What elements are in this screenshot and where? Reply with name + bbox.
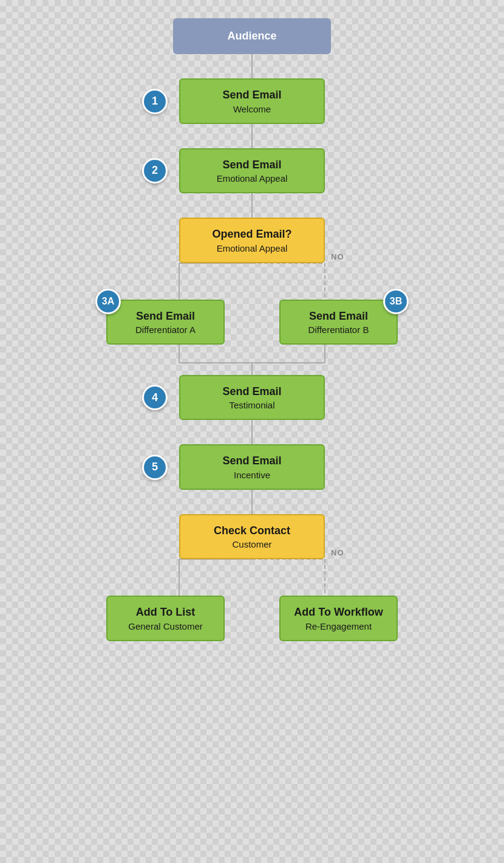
flowchart: Audience 1 Send Email Welcome 2 Send Ema…	[70, 18, 434, 845]
branch-yes-wrapper: Add To List General Customer	[106, 596, 225, 641]
connector-5	[251, 420, 253, 444]
badge-1: 1	[142, 89, 168, 114]
step4-box: Send Email Testimonial	[179, 375, 325, 420]
branch-yes-title: Add To List	[120, 605, 211, 619]
step1-row: 1 Send Email Welcome	[70, 78, 434, 123]
audience-label: Audience	[227, 30, 276, 42]
branch3b-box: Send Email Differentiator B	[279, 300, 398, 345]
connector-1	[251, 54, 253, 78]
branch3b-wrapper: 3B Send Email Differentiator B	[279, 300, 398, 345]
branch3b-subtitle: Differentiator B	[293, 325, 384, 335]
svg-text:NO: NO	[331, 252, 344, 261]
step4-row: 4 Send Email Testimonial	[70, 375, 434, 420]
badge-3a: 3A	[95, 289, 121, 314]
step5-box: Send Email Incentive	[179, 444, 325, 489]
step2-box: Send Email Emotional Appeal	[179, 148, 325, 193]
merge1-lines	[106, 345, 398, 375]
branch2-lines: YES NO	[106, 559, 398, 596]
branch2-boxes: Add To List General Customer Add To Work…	[106, 596, 398, 641]
badge-2: 2	[142, 158, 168, 184]
decision1-subtitle: Emotional Appeal	[192, 243, 312, 253]
connector-3	[251, 193, 253, 218]
step2-row: 2 Send Email Emotional Appeal	[70, 148, 434, 193]
step2-title: Send Email	[192, 158, 312, 172]
branch3a-subtitle: Differentiator A	[120, 325, 211, 335]
branch-no-subtitle: Re-Engagement	[293, 621, 384, 631]
branch-no-title: Add To Workflow	[293, 605, 384, 619]
decision1-box: Opened Email? Emotional Appeal	[179, 218, 325, 263]
step4-subtitle: Testimonial	[192, 400, 312, 410]
decision1-title: Opened Email?	[192, 227, 312, 241]
audience-box: Audience	[173, 18, 331, 54]
branch2-container: YES NO Add To List General Customer Add …	[70, 559, 434, 641]
branch-yes-subtitle: General Customer	[120, 621, 211, 631]
step4-title: Send Email	[192, 385, 312, 399]
branch3b-title: Send Email	[293, 309, 384, 323]
branch3a-title: Send Email	[120, 309, 211, 323]
branch3a-box: Send Email Differentiator A	[106, 300, 225, 345]
decision2-subtitle: Customer	[192, 539, 312, 549]
branch3a-wrapper: 3A Send Email Differentiator A	[106, 300, 225, 345]
step1-title: Send Email	[192, 88, 312, 102]
branch-no-box: Add To Workflow Re-Engagement	[279, 596, 398, 641]
step5-subtitle: Incentive	[192, 470, 312, 480]
step5-row: 5 Send Email Incentive	[70, 444, 434, 489]
branch1-boxes: 3A Send Email Differentiator A 3B Send E…	[106, 300, 398, 345]
step5-title: Send Email	[192, 454, 312, 468]
branch-no-wrapper: Add To Workflow Re-Engagement	[279, 596, 398, 641]
connector-2	[251, 124, 253, 148]
decision2-box: Check Contact Customer	[179, 514, 325, 559]
branch1-container: YES NO 3A Send Email Differentiator A 3B	[70, 263, 434, 375]
branch-yes-box: Add To List General Customer	[106, 596, 225, 641]
badge-3b: 3B	[383, 289, 409, 314]
badge-5: 5	[142, 455, 168, 480]
branch1-lines: YES NO	[106, 263, 398, 300]
connector-6	[251, 490, 253, 514]
svg-text:NO: NO	[331, 548, 344, 557]
decision2-title: Check Contact	[192, 524, 312, 538]
step1-box: Send Email Welcome	[179, 78, 325, 123]
step1-subtitle: Welcome	[192, 104, 312, 114]
step2-subtitle: Emotional Appeal	[192, 173, 312, 184]
badge-4: 4	[142, 385, 168, 410]
